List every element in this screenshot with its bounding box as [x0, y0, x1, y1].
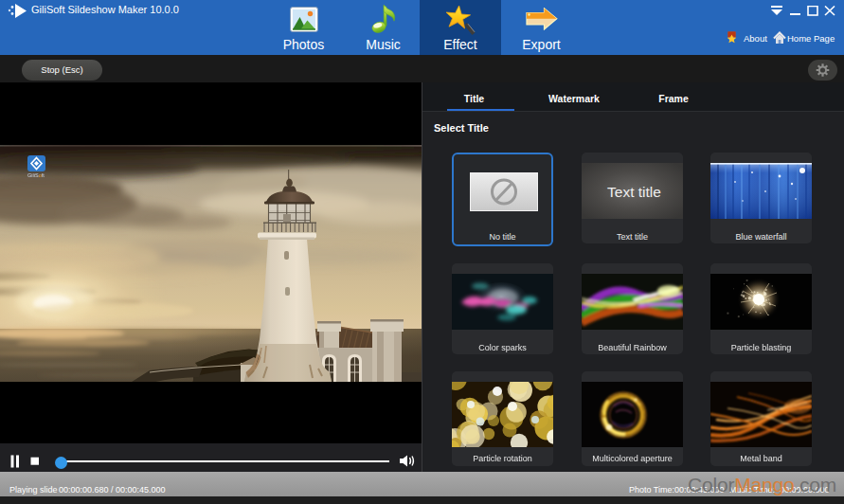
svg-text:Text title: Text title: [607, 184, 661, 200]
svg-text:GiliSoft: GiliSoft: [27, 172, 45, 178]
